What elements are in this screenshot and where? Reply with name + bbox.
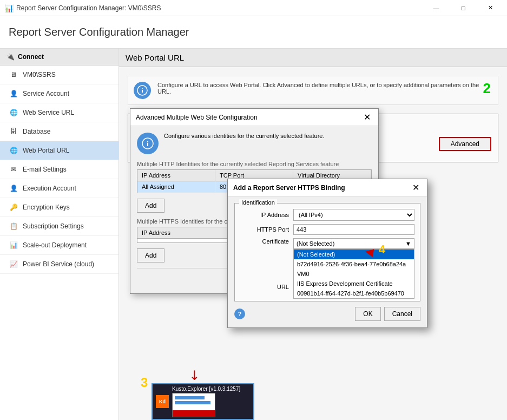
sidebar-item-web-portal-url[interactable]: 🌐 Web Portal URL [0,141,118,160]
sidebar-item-service-account[interactable]: 👤 Service Account [0,84,118,103]
scaleout-icon: 📊 [9,240,18,250]
identification-group: Identification IP Address (All IPv4) (Al… [234,203,420,301]
sidebar-item-server[interactable]: 🖥 VM0\SSRS [0,65,118,84]
annotation-num-4: 4 [379,242,385,257]
https-port-input[interactable] [293,224,414,235]
thumb-line-2 [175,401,210,404]
web-service-icon: 🌐 [9,108,18,117]
ip-address-select[interactable]: (All IPv4) (All IPv6) 127.0.0.1 [293,209,414,221]
sidebar-item-scale-out[interactable]: 📊 Scale-out Deployment [0,236,118,255]
dialog-https: Add a Report Server HTTPS Binding ✕ Iden… [227,179,427,328]
certificate-dropdown-list: (Not Selected) b72d4916-2526-4f36-bea4-7… [293,249,414,299]
sidebar-item-label-web-portal: Web Portal URL [23,147,69,154]
sidebar-item-encryption-keys[interactable]: 🔑 Encryption Keys [0,198,118,217]
sidebar-item-label-service-account: Service Account [23,90,69,97]
dialog-https-title: Add a Report Server HTTPS Binding [233,184,345,192]
sidebar-header: 🔌 Connect [0,49,118,65]
dialog-https-close[interactable]: ✕ [410,182,422,193]
dialog-https-ok[interactable]: OK [355,307,380,321]
powerbi-icon: 📈 [9,259,18,269]
certificate-dropdown-container: (Not Selected) ▼ (Not Selected) b72d4916… [293,238,414,249]
maximize-button[interactable]: □ [451,0,476,16]
dialog-advanced-title: Advanced Multiple Web Site Configuration [136,114,258,121]
sidebar-item-label-database: Database [23,128,50,135]
subscription-icon: 📋 [9,221,18,231]
minimize-button[interactable]: — [424,0,449,16]
certificate-selected-value: (Not Selected) [297,240,334,247]
sidebar: 🔌 Connect 🖥 VM0\SSRS 👤 Service Account 🌐… [0,49,119,420]
sidebar-item-database[interactable]: 🗄 Database [0,122,118,141]
sidebar-header-label: Connect [18,53,44,61]
dropdown-arrow-icon: ▼ [405,240,411,247]
encryption-icon: 🔑 [9,202,18,212]
https-port-label: HTTPS Port [240,226,289,233]
sidebar-item-web-service-url[interactable]: 🌐 Web Service URL [0,103,118,122]
dropdown-option-iis-express[interactable]: IIS Express Development Certificate [294,279,414,288]
sidebar-item-label-email: E-mail Settings [23,166,67,173]
advanced-button[interactable]: Advanced [440,138,490,150]
titlebar-left: 📊 Report Server Configuration Manager: V… [4,4,161,12]
sidebar-item-label-subscription: Subscription Settings [23,222,84,230]
dropdown-option-cert1[interactable]: b72d4916-2526-4f36-bea4-77e0b68a24a [294,259,414,269]
sidebar-item-label-powerbi: Power BI Service (cloud) [23,260,94,268]
identification-label: Identification [239,199,277,206]
https-add-button[interactable]: Add [137,248,164,262]
main-layout: 🔌 Connect 🖥 VM0\SSRS 👤 Service Account 🌐… [0,49,507,420]
http-row-ip: All Assigned [137,181,215,192]
sidebar-item-label-encryption: Encryption Keys [23,204,70,211]
dialog-advanced-info-text: Configure various identities for the cur… [164,133,325,139]
certificate-label: Certificate [240,238,289,245]
service-account-icon: 👤 [9,89,18,99]
sidebar-item-label-execution: Execution Account [23,185,76,192]
svg-rect-2 [142,90,143,93]
certificate-row: Certificate (Not Selected) ▼ (Not Select… [240,238,414,249]
close-button[interactable]: ✕ [478,0,503,16]
dialog-advanced-titlebar: Advanced Multiple Web Site Configuration… [130,109,378,126]
dialog-https-titlebar: Add a Report Server HTTPS Binding ✕ [228,179,427,196]
app-header: Report Server Configuration Manager [0,16,507,49]
titlebar-controls: — □ ✕ [424,0,503,16]
dropdown-option-not-selected-highlight[interactable]: (Not Selected) [294,250,414,259]
ip-address-row: IP Address (All IPv4) (All IPv6) 127.0.0… [240,209,414,221]
dropdown-option-vm0[interactable]: VM0 [294,269,414,279]
http-col-ip: IP Address [137,170,215,181]
app-title: Report Server Configuration Manager [9,26,189,38]
sidebar-item-email-settings[interactable]: ✉ E-mail Settings [0,160,118,179]
server-icon: 🖥 [9,70,18,80]
sidebar-item-label-scaleout: Scale-out Deployment [23,241,87,249]
certificate-dropdown-selected[interactable]: (Not Selected) ▼ [293,238,414,249]
annotation-num-2: 2 [483,80,491,97]
database-icon: 🗄 [9,127,18,136]
thumb-line-1 [175,396,205,399]
dialog-https-action-buttons: OK Cancel [355,307,420,321]
https-port-row: HTTPS Port [240,224,414,235]
dialog-advanced-close[interactable]: ✕ [361,112,373,122]
http-section-label: Multiple HTTP Identities for the current… [137,161,372,167]
dialog-https-content: Identification IP Address (All IPv4) (Al… [228,196,427,327]
sidebar-item-power-bi[interactable]: 📈 Power BI Service (cloud) [0,255,118,274]
svg-point-1 [142,88,143,89]
svg-rect-5 [147,143,148,146]
info-box: Configure a URL to access Web Portal. Cl… [128,76,498,105]
taskbar-thumbnail [172,393,215,417]
arrow-3: ↘ [186,365,204,384]
advanced-button-wrapper: Advanced [439,137,491,151]
sidebar-item-label-web-service: Web Service URL [23,109,74,116]
sidebar-item-subscription-settings[interactable]: 📋 Subscription Settings [0,217,118,236]
titlebar: 📊 Report Server Configuration Manager: V… [0,0,507,16]
dialog-https-footer-row: ? OK Cancel [234,307,420,321]
sidebar-item-execution-account[interactable]: 👤 Execution Account [0,179,118,198]
taskbar-preview[interactable]: Kd Kusto.Explorer [v1.0.3.1257] [152,383,254,420]
svg-point-4 [147,141,148,142]
app-icon: 📊 [4,4,13,12]
dialog-advanced-info: Configure various identities for the cur… [137,133,372,154]
email-icon: ✉ [9,165,18,174]
info-text: Configure a URL to access Web Portal. Cl… [157,82,492,95]
content-area: Web Portal URL Configure a URL to access… [119,49,507,420]
connect-icon: 🔌 [6,53,15,61]
dialog-https-cancel[interactable]: Cancel [384,307,420,321]
help-button[interactable]: ? [234,309,245,319]
annotation-num-3: 3 [141,375,148,390]
http-add-button[interactable]: Add [137,199,164,213]
dropdown-option-cert2[interactable]: 00981b14-ff64-427d-b2f1-fe40b5b69470 [294,288,414,298]
